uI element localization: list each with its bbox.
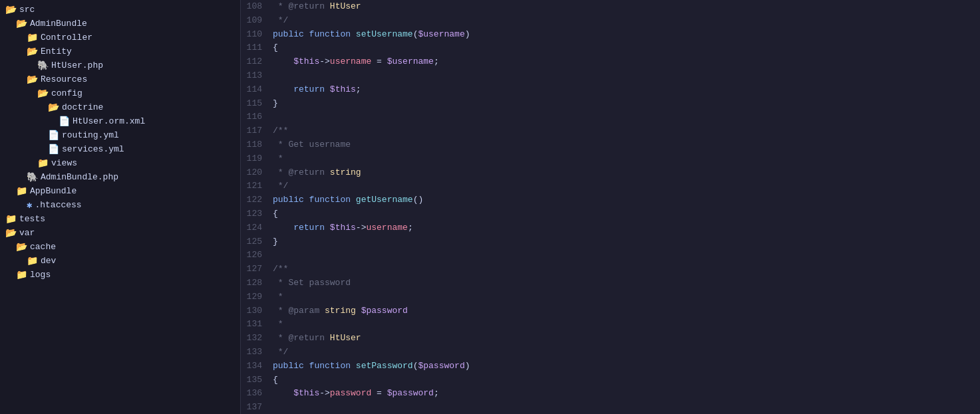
tree-item-label: Resources: [41, 74, 87, 84]
code-line: 116: [246, 110, 975, 124]
line-number: 133: [246, 346, 273, 360]
line-code: * @return HtUser: [273, 0, 361, 14]
line-number: 113: [246, 69, 273, 83]
line-number: 130: [246, 304, 273, 318]
folder-open-icon: 📂: [37, 88, 49, 99]
line-code: }: [273, 235, 278, 249]
code-line: 115}: [246, 97, 975, 111]
code-line: 130 * @param string $password: [246, 304, 975, 318]
code-line: 126: [246, 249, 975, 262]
yml-file-icon: 📄: [48, 144, 59, 155]
folder-icon: 📁: [16, 185, 27, 197]
line-number: 117: [246, 124, 273, 138]
tree-item-label: doctrine: [62, 102, 103, 112]
line-number: 134: [246, 360, 273, 373]
line-number: 127: [246, 262, 273, 276]
folder-open-icon: 📂: [5, 4, 17, 15]
tree-item-doctrine[interactable]: 📂doctrine: [0, 100, 240, 114]
line-number: 123: [246, 207, 273, 221]
folder-icon: 📁: [37, 157, 49, 169]
tree-item-.htaccess[interactable]: ✱.htaccess: [0, 198, 240, 212]
line-number: 128: [246, 276, 273, 290]
line-number: 108: [246, 0, 273, 14]
line-code: return $this->username;: [273, 221, 413, 235]
tree-item-tests[interactable]: 📁tests: [0, 212, 240, 226]
tree-item-label: tests: [19, 214, 45, 224]
tree-item-Entity[interactable]: 📂Entity: [0, 45, 240, 58]
code-line: 131 *: [246, 318, 975, 332]
line-code: public function getUsername(): [273, 193, 423, 207]
line-code: *: [273, 290, 283, 304]
code-line: 133 */: [246, 346, 975, 360]
line-code: public function setPassword($password): [273, 360, 470, 373]
tree-item-logs[interactable]: 📁logs: [0, 268, 240, 282]
line-code: */: [273, 346, 288, 360]
line-number: 135: [246, 373, 273, 387]
code-line: 128 * Set password: [246, 276, 975, 290]
line-number: 111: [246, 41, 273, 55]
htaccess-file-icon: ✱: [27, 199, 32, 211]
code-line: 125}: [246, 235, 975, 249]
line-code: $this->password = $password;: [273, 387, 439, 401]
line-number: 136: [246, 387, 273, 401]
php-file-icon: 🐘: [37, 60, 49, 71]
code-line: 109 */: [246, 14, 975, 28]
folder-icon: 📁: [27, 32, 38, 43]
tree-item-var[interactable]: 📂var: [0, 226, 240, 240]
tree-item-services.yml[interactable]: 📄services.yml: [0, 142, 240, 156]
code-line: 135{: [246, 373, 975, 387]
tree-item-views[interactable]: 📁views: [0, 156, 240, 170]
tree-item-src[interactable]: 📂src: [0, 3, 240, 17]
tree-item-label: HtUser.orm.xml: [73, 116, 145, 126]
line-code: }: [273, 97, 278, 111]
folder-icon: 📁: [27, 255, 38, 266]
folder-open-icon: 📂: [27, 74, 38, 85]
tree-item-AdminBundle[interactable]: 📂AdminBundle: [0, 17, 240, 31]
line-number: 116: [246, 110, 273, 124]
tree-item-label: var: [19, 228, 35, 238]
tree-item-label: AdminBundle: [30, 19, 87, 29]
tree-item-label: routing.yml: [62, 130, 119, 140]
code-line: 129 *: [246, 290, 975, 304]
code-line: 123{: [246, 207, 975, 221]
line-number: 129: [246, 290, 273, 304]
line-code: * Set password: [273, 276, 351, 290]
line-number: 125: [246, 235, 273, 249]
line-code: */: [273, 179, 288, 193]
line-number: 114: [246, 83, 273, 97]
tree-item-HtUser.php[interactable]: 🐘HtUser.php: [0, 58, 240, 72]
folder-open-icon: 📂: [16, 241, 27, 253]
line-code: * @param string $password: [273, 304, 408, 318]
tree-item-routing.yml[interactable]: 📄routing.yml: [0, 128, 240, 142]
line-code: /**: [273, 262, 288, 276]
line-code: $this->username = $username;: [273, 55, 439, 69]
code-line: 132 * @return HtUser: [246, 332, 975, 346]
tree-item-Controller[interactable]: 📁Controller: [0, 31, 240, 45]
tree-item-label: .htaccess: [35, 200, 81, 210]
code-line: 108 * @return HtUser: [246, 0, 975, 14]
line-code: {: [273, 373, 278, 387]
line-code: * @return HtUser: [273, 332, 361, 346]
tree-item-AppBundle[interactable]: 📁AppBundle: [0, 184, 240, 198]
tree-item-label: src: [19, 5, 35, 15]
folder-open-icon: 📂: [27, 46, 38, 57]
tree-item-label: cache: [30, 242, 56, 252]
tree-item-HtUser.orm.xml[interactable]: 📄HtUser.orm.xml: [0, 114, 240, 128]
line-code: public function setUsername($username): [273, 28, 470, 42]
code-lines: 108 * @return HtUser109 */110public func…: [241, 0, 980, 414]
tree-item-dev[interactable]: 📁dev: [0, 254, 240, 268]
tree-item-cache[interactable]: 📂cache: [0, 240, 240, 254]
code-line: 137: [246, 401, 975, 414]
line-code: * Get username: [273, 138, 351, 152]
tree-item-label: services.yml: [62, 144, 124, 154]
tree-item-AdminBundle.php[interactable]: 🐘AdminBundle.php: [0, 170, 240, 184]
line-number: 132: [246, 332, 273, 346]
file-tree[interactable]: 📂src📂AdminBundle📁Controller📂Entity🐘HtUse…: [0, 0, 241, 414]
tree-item-config[interactable]: 📂config: [0, 86, 240, 100]
tree-item-Resources[interactable]: 📂Resources: [0, 72, 240, 86]
code-line: 111{: [246, 41, 975, 55]
tree-item-label: AppBundle: [30, 186, 77, 196]
code-line: 113: [246, 69, 975, 83]
line-number: 112: [246, 55, 273, 69]
folder-open-icon: 📂: [16, 18, 27, 29]
